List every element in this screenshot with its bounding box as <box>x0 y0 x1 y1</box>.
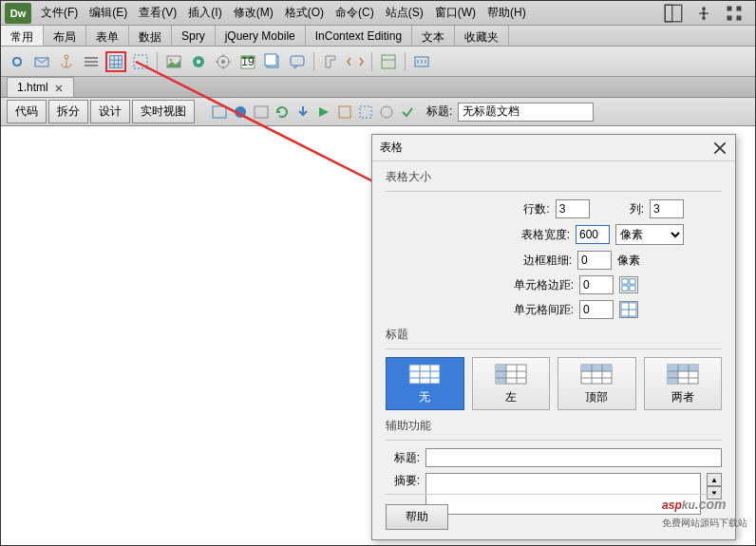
svg-rect-28 <box>382 55 395 68</box>
padding-icon <box>619 276 638 293</box>
comment-icon[interactable] <box>287 51 308 72</box>
menu-site[interactable]: 站点(S) <box>380 1 429 25</box>
tab-common[interactable]: 常用 <box>1 26 44 46</box>
spacing-icon <box>619 301 638 318</box>
tab-text[interactable]: 文本 <box>412 26 455 46</box>
title-label: 标题: <box>426 104 452 120</box>
svg-rect-34 <box>360 106 371 118</box>
tab-layout[interactable]: 布局 <box>44 26 86 46</box>
head-icon[interactable] <box>320 51 341 72</box>
validate-icon[interactable] <box>377 103 396 122</box>
doc-tab-label: 1.html <box>17 81 48 94</box>
header-opt-label: 左 <box>505 389 517 405</box>
svg-rect-33 <box>339 106 350 118</box>
border-input[interactable] <box>577 251 612 270</box>
menu-modify[interactable]: 修改(M) <box>228 1 279 25</box>
table-size-section: 表格大小 行数: 列: 表格宽度: 像素 边框粗细: 像素 单元格边距: <box>386 169 722 319</box>
table-icon[interactable] <box>105 51 126 72</box>
layout-icon[interactable] <box>664 5 683 22</box>
tab-spry[interactable]: Spry <box>172 26 216 46</box>
menu-window[interactable]: 窗口(W) <box>429 1 482 25</box>
caption-label: 标题: <box>386 450 420 466</box>
svg-point-17 <box>170 58 173 61</box>
svg-rect-44 <box>496 365 506 384</box>
inspect-icon[interactable] <box>231 103 250 122</box>
script-icon[interactable] <box>345 51 366 72</box>
svg-rect-27 <box>291 56 304 66</box>
widget-icon[interactable] <box>213 51 234 72</box>
doc-tab[interactable]: 1.html <box>7 77 74 97</box>
hr-icon[interactable] <box>81 51 102 72</box>
menu-insert[interactable]: 插入(I) <box>182 1 227 25</box>
close-icon[interactable] <box>54 83 64 92</box>
visual-aids-icon[interactable] <box>356 103 375 122</box>
design-view-button[interactable]: 设计 <box>90 100 130 123</box>
header-option-left[interactable]: 左 <box>472 357 551 410</box>
tag-chooser-icon[interactable] <box>411 51 432 72</box>
svg-rect-13 <box>85 65 98 66</box>
image-icon[interactable] <box>163 51 184 72</box>
svg-rect-49 <box>668 365 678 384</box>
tab-favorites[interactable]: 收藏夹 <box>455 26 509 46</box>
svg-rect-12 <box>85 61 98 63</box>
summary-label: 摘要: <box>386 473 420 489</box>
menu-file[interactable]: 文件(F) <box>35 1 84 25</box>
menu-commands[interactable]: 命令(C) <box>330 1 380 25</box>
cols-label: 列: <box>630 201 644 217</box>
caption-input[interactable] <box>425 448 722 467</box>
help-button[interactable]: 帮助 <box>386 504 448 530</box>
svg-text:19: 19 <box>241 55 255 68</box>
media-icon[interactable] <box>188 51 209 72</box>
refresh-icon[interactable] <box>273 103 292 122</box>
header-option-top[interactable]: 顶部 <box>558 357 636 410</box>
browser-nav-icon[interactable] <box>252 103 271 122</box>
rows-input[interactable] <box>556 199 590 218</box>
width-unit-select[interactable]: 像素 <box>615 224 684 245</box>
split-view-button[interactable]: 拆分 <box>48 100 88 123</box>
live-view-button[interactable]: 实时视图 <box>132 100 195 123</box>
close-icon[interactable] <box>712 141 728 156</box>
svg-point-21 <box>221 60 225 64</box>
spacing-input[interactable] <box>579 300 614 319</box>
menu-edit[interactable]: 编辑(E) <box>84 1 133 25</box>
border-label: 边框粗细: <box>523 253 572 269</box>
svg-point-31 <box>235 106 246 118</box>
menu-view[interactable]: 查看(V) <box>133 1 182 25</box>
live-code-icon[interactable] <box>210 103 229 122</box>
hyperlink-icon[interactable] <box>7 51 28 72</box>
file-mgmt-icon[interactable] <box>293 103 312 122</box>
header-option-none[interactable]: 无 <box>386 357 464 410</box>
anchor-icon[interactable] <box>56 51 77 72</box>
div-icon[interactable] <box>130 51 151 72</box>
tab-jquery-mobile[interactable]: jQuery Mobile <box>216 26 306 46</box>
section-label: 标题 <box>386 327 722 343</box>
tab-forms[interactable]: 表单 <box>86 26 129 46</box>
extend-icon[interactable] <box>694 5 713 22</box>
cols-input[interactable] <box>650 199 684 218</box>
templates-icon[interactable] <box>378 51 399 72</box>
document-tabs: 1.html <box>1 77 755 98</box>
tab-incontext[interactable]: InContext Editing <box>306 26 412 46</box>
settings-icon[interactable] <box>725 5 744 22</box>
svg-rect-15 <box>134 55 147 68</box>
header-option-both[interactable]: 两者 <box>644 357 723 410</box>
email-link-icon[interactable] <box>31 51 52 72</box>
check-icon[interactable] <box>398 103 417 122</box>
width-label: 表格宽度: <box>521 227 570 243</box>
padding-input[interactable] <box>579 275 614 294</box>
tab-data[interactable]: 数据 <box>129 26 172 46</box>
server-include-icon[interactable] <box>262 51 283 72</box>
menu-format[interactable]: 格式(O) <box>279 1 330 25</box>
svg-point-35 <box>381 106 392 118</box>
menu-help[interactable]: 帮助(H) <box>482 1 532 25</box>
svg-rect-8 <box>737 15 742 20</box>
date-icon[interactable]: 19 <box>237 51 258 72</box>
options-icon[interactable] <box>335 103 354 122</box>
svg-rect-26 <box>265 54 276 66</box>
document-toolbar: 代码 拆分 设计 实时视图 标题: <box>1 98 755 126</box>
code-view-button[interactable]: 代码 <box>7 100 47 123</box>
header-section: 标题 无 左 顶部 两者 <box>386 327 722 410</box>
width-input[interactable] <box>576 225 610 244</box>
preview-icon[interactable] <box>314 103 333 122</box>
title-input[interactable] <box>458 103 594 122</box>
